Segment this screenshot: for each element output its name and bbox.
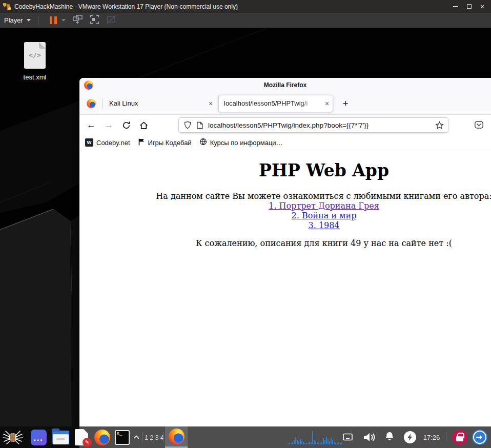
workspace-pager[interactable]: 1 2 3 4 bbox=[145, 426, 163, 448]
terminal-button[interactable]: $_ bbox=[112, 426, 132, 448]
suspend-vm-button[interactable] bbox=[50, 16, 57, 24]
firefox-view-button[interactable] bbox=[85, 99, 98, 108]
forward-button[interactable]: → bbox=[100, 119, 117, 131]
vmware-titlebar: CodebyHackMashine - VMware Workstation 1… bbox=[0, 0, 491, 13]
panel-divider bbox=[163, 432, 163, 442]
codeby-favicon: w bbox=[85, 138, 93, 147]
tab-bar: Kali Linux × localhost/lesson5/PHPTwig/i… bbox=[79, 92, 491, 115]
new-tab-button[interactable]: + bbox=[339, 98, 352, 109]
bookmark-label: Курсы по информаци… bbox=[210, 139, 283, 147]
lock-screen-button[interactable] bbox=[451, 426, 468, 448]
home-button[interactable] bbox=[135, 121, 152, 130]
firefox-taskbar-window-button[interactable] bbox=[165, 426, 188, 448]
volume-icon[interactable] bbox=[359, 426, 380, 448]
logout-button[interactable] bbox=[470, 426, 489, 448]
globe-icon bbox=[199, 138, 207, 147]
tab-kali-linux[interactable]: Kali Linux × bbox=[103, 95, 216, 112]
panel-divider bbox=[142, 432, 142, 442]
panel-expand-button[interactable] bbox=[131, 426, 142, 448]
player-menu-label: Player bbox=[4, 16, 23, 24]
workspace-3[interactable]: 3 bbox=[155, 434, 159, 441]
chevron-down-icon bbox=[27, 19, 31, 22]
power-manager-icon[interactable] bbox=[402, 426, 418, 448]
reload-button[interactable] bbox=[117, 121, 135, 130]
page-title: PHP Web App bbox=[79, 160, 491, 180]
tab-label: localhost/lesson5/PHPTwig/i bbox=[224, 99, 321, 107]
minimize-button[interactable] bbox=[449, 1, 462, 12]
bookmarks-toolbar: w Codeby.net Игры Кодебай Курсы по инфор… bbox=[79, 135, 491, 150]
firefox-logo-icon bbox=[84, 80, 93, 90]
firefox-logo-icon bbox=[169, 429, 185, 444]
applications-menu-button[interactable] bbox=[1, 426, 25, 448]
bookmark-games[interactable]: Игры Кодебай bbox=[138, 138, 192, 147]
desktop-file-label: test.xml bbox=[18, 73, 52, 81]
firefox-launcher-button[interactable] bbox=[92, 426, 112, 448]
display-settings-icon[interactable] bbox=[341, 426, 354, 448]
panel-divider bbox=[446, 432, 446, 442]
folder-icon bbox=[52, 431, 69, 444]
tab-localhost-active[interactable]: localhost/lesson5/PHPTwig/i × bbox=[218, 95, 333, 112]
page-content: PHP Web App На данном сайте Вы можете оз… bbox=[79, 150, 491, 426]
firefox-window-title: Mozilla Firefox bbox=[79, 78, 491, 92]
bookmark-label: Codeby.net bbox=[96, 139, 130, 147]
suspend-dropdown-icon[interactable] bbox=[62, 19, 66, 22]
window-title: CodebyHackMashine - VMware Workstation 1… bbox=[14, 3, 238, 10]
maximize-button[interactable] bbox=[462, 1, 476, 12]
vmware-player-icon bbox=[3, 2, 11, 11]
book-link-3[interactable]: 3. 1984 bbox=[308, 220, 339, 230]
back-button[interactable]: ← bbox=[83, 119, 100, 131]
tab-label: Kali Linux bbox=[109, 99, 205, 107]
firefox-titlebar: Mozilla Firefox bbox=[79, 78, 491, 92]
kali-dragon-icon bbox=[3, 429, 23, 445]
app-window-icon bbox=[31, 430, 47, 445]
vmware-toolbar: Player « bbox=[0, 13, 491, 28]
code-glyph: </> bbox=[24, 51, 46, 59]
pencil-icon: ✎ bbox=[83, 438, 92, 447]
toolbar-divider bbox=[38, 16, 38, 25]
network-monitor-graph[interactable] bbox=[287, 426, 343, 448]
logout-arrow-icon bbox=[472, 430, 487, 445]
page-info-icon[interactable] bbox=[196, 121, 203, 129]
player-menu-button[interactable]: Player bbox=[4, 16, 31, 24]
terminal-icon: $_ bbox=[115, 430, 130, 445]
bookmark-courses[interactable]: Курсы по информаци… bbox=[199, 138, 283, 147]
close-button[interactable]: × bbox=[476, 1, 489, 12]
firefox-window: Mozilla Firefox Kali Linux × localhost/l… bbox=[79, 78, 491, 426]
tab-close-icon[interactable]: × bbox=[205, 99, 216, 108]
book-link-2[interactable]: 2. Война и мир bbox=[292, 211, 357, 220]
app-launcher-button[interactable] bbox=[28, 426, 49, 448]
workspace-2[interactable]: 2 bbox=[150, 434, 153, 441]
pocket-save-icon[interactable] bbox=[474, 120, 484, 130]
xml-file-icon: </> bbox=[24, 42, 46, 69]
notifications-bell-icon[interactable] bbox=[381, 426, 398, 448]
bookmark-label: Игры Кодебай bbox=[148, 139, 192, 147]
navigation-bar: ← → localhost/lesson5/PHPTwig/index.php?… bbox=[79, 115, 491, 135]
tab-close-icon[interactable]: × bbox=[321, 99, 333, 108]
bookmark-star-icon[interactable] bbox=[435, 121, 444, 130]
book-link-1[interactable]: 1. Портрет Дориана Грея bbox=[269, 201, 379, 211]
flag-icon bbox=[138, 138, 145, 147]
url-text[interactable]: localhost/lesson5/PHPTwig/index.php?book… bbox=[208, 121, 431, 129]
bookmark-codeby[interactable]: w Codeby.net bbox=[85, 138, 130, 147]
shield-icon[interactable] bbox=[183, 121, 192, 129]
lock-icon bbox=[452, 430, 467, 445]
document-icon: ✎ bbox=[75, 429, 88, 445]
desktop-file-testxml[interactable]: </> test.xml bbox=[18, 42, 52, 81]
text-editor-button[interactable]: ✎ bbox=[72, 426, 91, 448]
fullscreen-icon[interactable] bbox=[90, 15, 99, 26]
taskbar: ✎ $_ 1 2 3 4 17:26 bbox=[0, 426, 491, 448]
multi-monitor-disabled-icon bbox=[107, 15, 116, 26]
intro-text: На данном сайте Вы можете ознакомиться с… bbox=[156, 191, 491, 201]
unity-mode-icon[interactable] bbox=[73, 15, 83, 26]
url-bar[interactable]: localhost/lesson5/PHPTwig/index.php?book… bbox=[178, 117, 448, 133]
clock[interactable]: 17:26 bbox=[420, 426, 443, 448]
error-message: К сожалению, описания для книги 49 у нас… bbox=[79, 238, 491, 248]
file-manager-button[interactable] bbox=[50, 426, 71, 448]
workspace-1[interactable]: 1 bbox=[145, 434, 148, 441]
firefox-logo-icon bbox=[94, 430, 110, 445]
